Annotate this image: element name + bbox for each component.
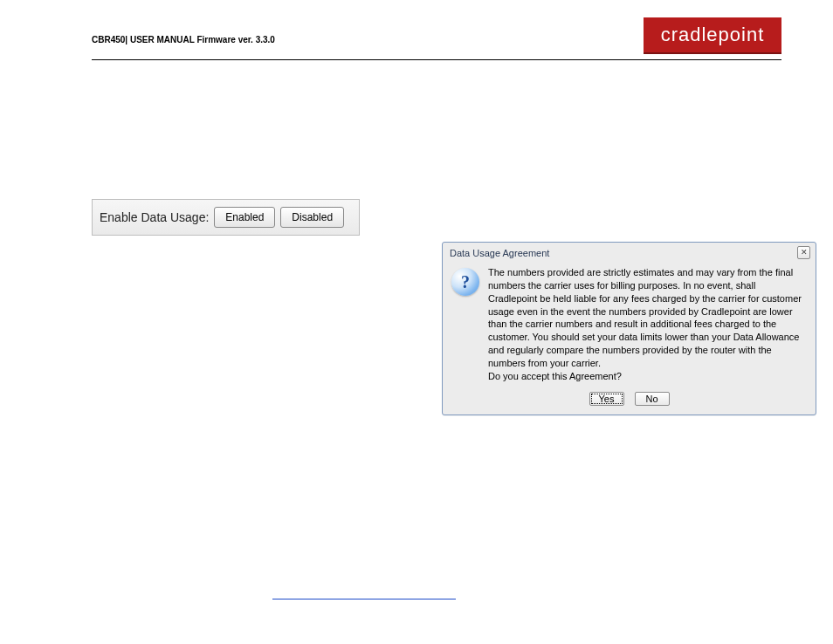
enable-data-usage-label: Enable Data Usage: bbox=[100, 210, 209, 224]
close-icon[interactable]: ✕ bbox=[797, 246, 810, 259]
dialog-body-text: The numbers provided are strictly estima… bbox=[488, 267, 802, 368]
dialog-question: Do you accept this Agreement? bbox=[488, 371, 622, 381]
no-button[interactable]: No bbox=[635, 392, 670, 406]
enable-data-usage-panel: Enable Data Usage: Enabled Disabled bbox=[92, 199, 360, 236]
disabled-button[interactable]: Disabled bbox=[280, 207, 344, 228]
dialog-text: The numbers provided are strictly estima… bbox=[488, 266, 807, 383]
enabled-button[interactable]: Enabled bbox=[214, 207, 275, 228]
header-divider bbox=[92, 59, 781, 60]
question-icon: ? bbox=[451, 268, 479, 296]
yes-button[interactable]: Yes bbox=[589, 392, 624, 406]
brand-logo: cradlepoint bbox=[644, 17, 781, 54]
breadcrumb: CBR450| USER MANUAL Firmware ver. 3.3.0 bbox=[92, 35, 275, 45]
dialog-title: Data Usage Agreement bbox=[450, 248, 549, 258]
dialog-titlebar: Data Usage Agreement ✕ bbox=[443, 243, 816, 263]
dialog-actions: Yes No bbox=[443, 392, 816, 414]
data-usage-agreement-dialog: Data Usage Agreement ✕ ? The numbers pro… bbox=[442, 242, 816, 415]
footer-link[interactable] bbox=[272, 599, 456, 599]
